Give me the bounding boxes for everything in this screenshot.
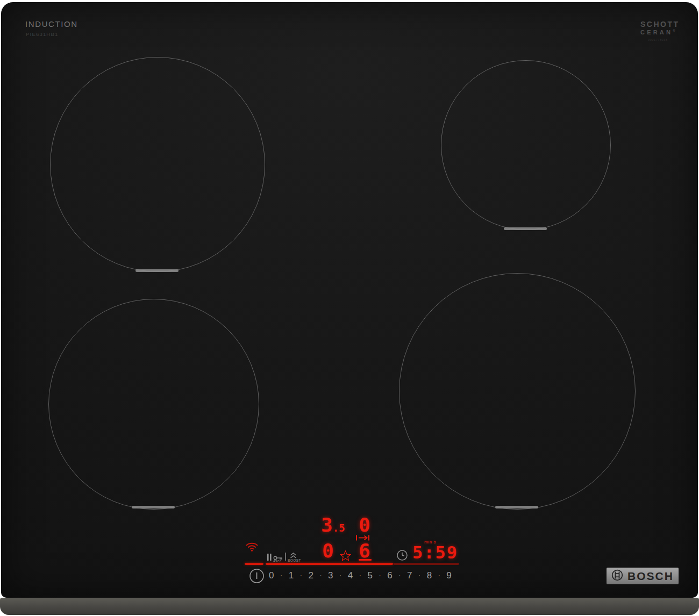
bosch-badge: BOSCH (607, 568, 679, 584)
level-8[interactable]: 8 (427, 570, 432, 581)
boost-label: BOOST (288, 558, 301, 562)
schott-line2: CERAN® (640, 29, 680, 35)
bosch-symbol-icon (611, 569, 623, 583)
power-level-display-front-left[interactable]: 0 (322, 541, 334, 561)
cooking-zone-back-left (50, 57, 265, 272)
power-level-slider[interactable]: 0 · 1 · 2 · 3 · 4 · 5 · 6 · 7 · 8 · 9 (269, 570, 452, 581)
level-5[interactable]: 5 (368, 570, 373, 581)
wifi-icon[interactable] (245, 540, 259, 554)
level-separator: · (438, 572, 440, 578)
level-separator: · (320, 572, 322, 578)
level-1[interactable]: 1 (289, 570, 294, 581)
glass-code: 9001778038 (648, 38, 680, 41)
schott-line1: SCHOTT (640, 20, 680, 28)
level-separator: · (339, 572, 341, 578)
level-2[interactable]: 2 (308, 570, 313, 581)
icon-divider (285, 553, 286, 561)
power-standby-icon[interactable] (249, 568, 265, 586)
level-separator: · (418, 572, 420, 578)
level-7[interactable]: 7 (407, 570, 412, 581)
clock-icon[interactable] (396, 549, 408, 563)
level-3[interactable]: 3 (328, 570, 333, 581)
move-pan-icon (355, 534, 370, 543)
level-9[interactable]: 9 (446, 570, 451, 581)
level-6[interactable]: 6 (387, 570, 392, 581)
bosch-logo-text: BOSCH (627, 570, 674, 583)
pause-icon[interactable] (267, 553, 272, 563)
timer-display[interactable]: 5:59 (412, 544, 458, 561)
level-separator: · (398, 572, 401, 578)
level-separator: · (379, 572, 381, 578)
power-level-display-front-right[interactable]: 6 (359, 541, 370, 561)
level-4[interactable]: 4 (348, 570, 353, 581)
power-level-display-back-left[interactable]: 3.5 (321, 515, 345, 535)
cooking-zone-front-left (48, 299, 259, 510)
pan-marker-back-right (504, 227, 547, 230)
level-separator: · (280, 572, 282, 578)
star-icon[interactable] (340, 550, 351, 563)
pan-marker-front-left (132, 506, 175, 508)
induction-type-label: INDUCTION (25, 19, 78, 28)
selected-zone-underline (359, 559, 372, 561)
induction-hob: INDUCTION PIE631HB1 SCHOTT CERAN® 900177… (0, 0, 699, 616)
model-number: PIE631HB1 (26, 31, 58, 37)
cooking-zone-back-right (441, 60, 611, 230)
registered-mark: ® (673, 29, 675, 32)
slider-indicator-active (266, 563, 393, 565)
level-separator: · (359, 572, 361, 578)
cooking-zone-front-right (399, 273, 636, 510)
slider-indicator-dim (393, 563, 459, 565)
schott-ceran-logo: SCHOTT CERAN® 9001778038 (640, 20, 680, 41)
front-edge-profile (0, 598, 699, 615)
pan-marker-front-right (495, 506, 538, 508)
level-0[interactable]: 0 (269, 570, 274, 581)
level-separator: · (300, 572, 302, 578)
slider-indicator-left (245, 563, 263, 565)
pan-marker-back-left (135, 269, 179, 272)
power-level-display-back-right[interactable]: 0 (359, 515, 370, 535)
hold-4sec-label: 4sec (273, 559, 281, 563)
